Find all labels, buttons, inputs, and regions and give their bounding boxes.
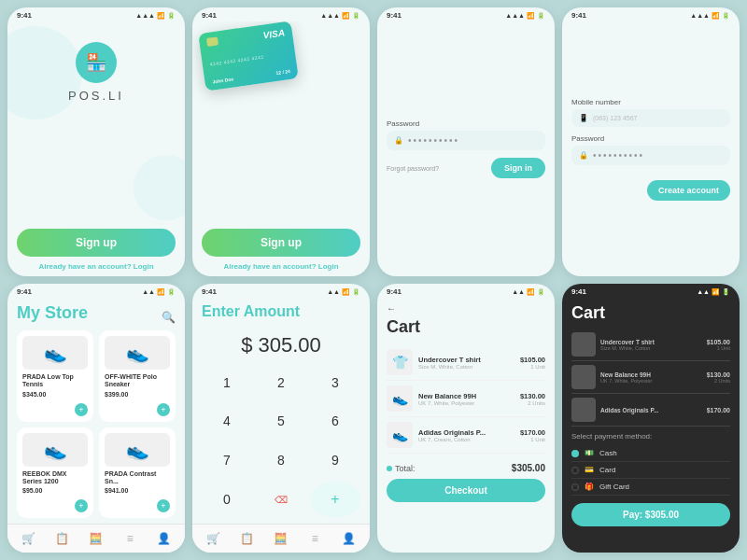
nav-user-6[interactable]: 👤 bbox=[341, 530, 358, 547]
signal-icon: ▲▲▲ bbox=[135, 12, 155, 19]
product-name-0: PRADA Low Top Tennis bbox=[22, 373, 88, 389]
nav-cart-6[interactable]: 🛒 bbox=[204, 530, 221, 547]
cart-item-desc-1: UK 7, White, Polyester bbox=[418, 400, 514, 406]
product-name-1: OFF-WHITE Polo Sneaker bbox=[105, 373, 170, 389]
nav-user-5[interactable]: 👤 bbox=[156, 530, 173, 547]
cart-title-light: Cart bbox=[387, 317, 545, 337]
dark-cart-item-1: New Balance 99H UK 7, White, Polyester $… bbox=[571, 361, 730, 394]
password-field-group: Password 🔒 •••••••••• bbox=[387, 119, 545, 150]
pay-button[interactable]: Pay: $305.00 bbox=[571, 503, 730, 526]
create-account-button[interactable]: Create account bbox=[647, 180, 730, 201]
phone-create: 9:41 ▲▲▲ 📶 🔋 Mobile number 📱 (063) 123 4… bbox=[562, 7, 740, 276]
create-password-dots: •••••••••• bbox=[593, 150, 644, 161]
battery-icon-2: 🔋 bbox=[352, 12, 360, 20]
status-bar-7: 9:41 ▲▲ 📶 🔋 bbox=[377, 284, 555, 298]
mobile-input[interactable]: 📱 (063) 123 4567 bbox=[571, 109, 730, 127]
signup-button-2[interactable]: Sign up bbox=[202, 229, 360, 257]
password-input[interactable]: 🔒 •••••••••• bbox=[387, 131, 545, 150]
signal-icon-8: ▲▲ bbox=[697, 288, 710, 295]
dark-item-info-0: Undercover T shirt Size M, White, Cotton bbox=[600, 339, 702, 351]
battery-icon-5: 🔋 bbox=[167, 288, 176, 296]
dark-item-img-0 bbox=[571, 332, 596, 357]
signin-button[interactable]: Sign in bbox=[491, 158, 545, 178]
add-button-2[interactable]: + bbox=[75, 499, 88, 512]
cart-item-right-1: $130.00 2 Units bbox=[520, 392, 545, 406]
mobile-placeholder: (063) 123 4567 bbox=[593, 115, 637, 121]
nav-list-6[interactable]: 📋 bbox=[239, 530, 256, 547]
add-button-0[interactable]: + bbox=[75, 403, 88, 416]
num-4[interactable]: 4 bbox=[202, 404, 252, 440]
product-img-1: 👟 bbox=[105, 336, 170, 370]
signal-icon-3: ▲▲▲ bbox=[505, 12, 525, 19]
cart-item-price-0: $105.00 bbox=[520, 356, 545, 364]
time-2: 9:41 bbox=[202, 11, 217, 20]
card-area: VISA 4242 4242 4242 4242 John Doe 12 / 2… bbox=[202, 27, 360, 85]
cart-item-1: 👟 New Balance 99H UK 7, White, Polyester… bbox=[387, 381, 545, 417]
num-9[interactable]: 9 bbox=[310, 442, 360, 478]
payment-section: Select payment method: 💵 Cash 💳 Card 🎁 G… bbox=[571, 432, 730, 496]
product-img-0: 👟 bbox=[22, 336, 88, 370]
search-icon[interactable]: 🔍 bbox=[162, 311, 176, 324]
cart-item-info-1: New Balance 99H UK 7, White, Polyester bbox=[418, 392, 514, 406]
nav-list-5[interactable]: 📋 bbox=[54, 530, 71, 547]
cart-item-0: 👕 Undercover T shirt Size M, White, Cott… bbox=[387, 344, 545, 381]
cart-item-qty-2: 1 Unit bbox=[520, 437, 545, 442]
num-0[interactable]: 0 bbox=[202, 482, 252, 519]
mobile-field-group: Mobile number 📱 (063) 123 4567 bbox=[571, 98, 730, 127]
dark-item-info-2: Adidas Originals P... bbox=[600, 407, 702, 413]
nav-calc-6[interactable]: 🧮 bbox=[273, 530, 289, 547]
checkout-button[interactable]: Checkout bbox=[387, 479, 545, 502]
num-delete[interactable]: ⌫ bbox=[256, 482, 306, 519]
dark-item-info-1: New Balance 99H UK 7, White, Polyester bbox=[600, 371, 702, 384]
num-3[interactable]: 3 bbox=[310, 365, 360, 400]
product-img-2: 👟 bbox=[22, 433, 88, 467]
cart-item-right-0: $105.00 1 Unit bbox=[520, 356, 545, 370]
cart-total-label: Total: bbox=[387, 464, 416, 473]
num-1[interactable]: 1 bbox=[202, 365, 252, 400]
wifi-icon-3: 📶 bbox=[527, 12, 535, 20]
cart-item-info-2: Adidas Originals P... UK 7, Cream, Cotto… bbox=[418, 428, 514, 442]
num-2[interactable]: 2 bbox=[256, 365, 306, 400]
visa-content: VISA 4242 4242 4242 4242 John Doe 12 / 2… bbox=[192, 21, 370, 276]
wifi-icon-4: 📶 bbox=[712, 12, 720, 20]
dark-cart-item-0: Undercover T shirt Size M, White, Cotton… bbox=[571, 329, 730, 361]
payment-card[interactable]: 💳 Card bbox=[571, 462, 730, 479]
status-icons-7: ▲▲ 📶 🔋 bbox=[512, 288, 545, 296]
nav-calc-5[interactable]: 🧮 bbox=[88, 530, 105, 547]
cart-item-qty-1: 2 Units bbox=[520, 400, 545, 406]
num-add[interactable]: + bbox=[310, 482, 360, 519]
num-7[interactable]: 7 bbox=[202, 442, 252, 478]
forgot-text[interactable]: Forgot password? bbox=[387, 165, 439, 172]
status-bar-6: 9:41 ▲▲ 📶 🔋 bbox=[192, 284, 370, 298]
back-arrow-7[interactable]: ← bbox=[387, 303, 545, 314]
add-button-1[interactable]: + bbox=[157, 403, 170, 416]
wifi-icon-8: 📶 bbox=[712, 288, 720, 296]
payment-cash[interactable]: 💵 Cash bbox=[571, 445, 730, 462]
time-7: 9:41 bbox=[387, 287, 402, 296]
add-button-3[interactable]: + bbox=[157, 499, 170, 512]
mobile-label: Mobile number bbox=[571, 98, 730, 106]
nav-menu-5[interactable]: ≡ bbox=[121, 530, 138, 547]
payment-gift[interactable]: 🎁 Gift Card bbox=[571, 479, 730, 496]
num-6[interactable]: 6 bbox=[310, 404, 360, 440]
dark-item-right-0: $105.00 1 Unit bbox=[707, 339, 730, 351]
status-bar-8: 9:41 ▲▲ 📶 🔋 bbox=[562, 284, 740, 298]
num-5[interactable]: 5 bbox=[256, 404, 306, 440]
cart-item-info-0: Undercover T shirt Size M, White, Cotton bbox=[418, 356, 514, 370]
phone-signin: 9:41 ▲▲▲ 📶 🔋 Password 🔒 •••••••••• Forgo… bbox=[377, 7, 555, 276]
product-card-2: 👟 REEBOK DMX Series 1200 $95.00 + bbox=[17, 427, 93, 519]
cart-item-right-2: $170.00 1 Unit bbox=[520, 428, 545, 442]
cart-item-name-0: Undercover T shirt bbox=[418, 356, 514, 364]
nav-cart-5[interactable]: 🛒 bbox=[20, 530, 36, 547]
signup-button-1[interactable]: Sign up bbox=[17, 229, 176, 257]
product-name-3: PRADA Contrast Sn... bbox=[105, 470, 170, 486]
dark-item-name-2: Adidas Originals P... bbox=[600, 407, 702, 413]
battery-icon-6: 🔋 bbox=[352, 288, 360, 296]
phone-cart-light: 9:41 ▲▲ 📶 🔋 ← Cart 👕 Undercover T shirt … bbox=[377, 284, 555, 553]
status-icons-8: ▲▲ 📶 🔋 bbox=[697, 288, 730, 296]
products-grid: 👟 PRADA Low Top Tennis $345.00 + 👟 OFF-W… bbox=[17, 330, 176, 518]
phone-posli: 9:41 ▲▲▲ 📶 🔋 🏪 POS.LI Sign up Already ha… bbox=[7, 7, 185, 276]
nav-menu-6[interactable]: ≡ bbox=[306, 530, 323, 547]
num-8[interactable]: 8 bbox=[256, 442, 306, 478]
create-password-input[interactable]: 🔒 •••••••••• bbox=[571, 146, 730, 165]
